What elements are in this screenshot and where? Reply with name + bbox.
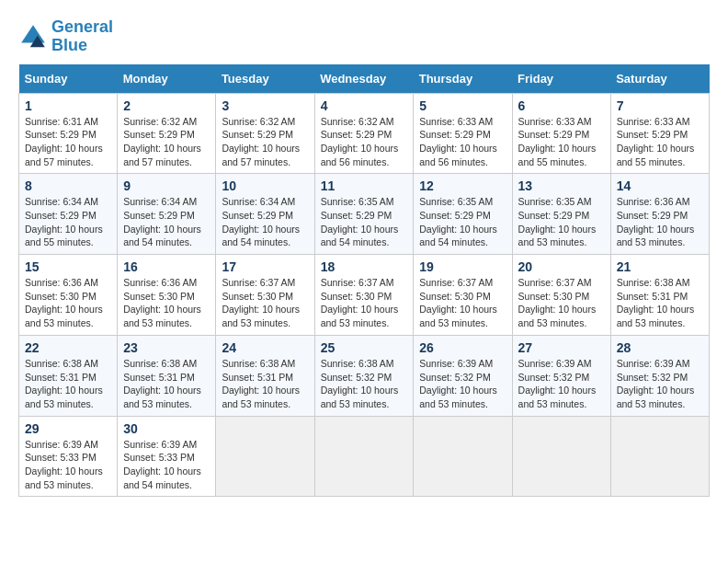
day-info: Sunrise: 6:39 AM Sunset: 5:32 PM Dayligh… — [518, 357, 605, 411]
day-info: Sunrise: 6:37 AM Sunset: 5:30 PM Dayligh… — [419, 276, 506, 330]
svg-marker-0 — [21, 25, 45, 42]
day-info: Sunrise: 6:37 AM Sunset: 5:30 PM Dayligh… — [321, 276, 408, 330]
day-info: Sunrise: 6:36 AM Sunset: 5:29 PM Dayligh… — [617, 195, 703, 249]
day-number: 28 — [617, 340, 703, 355]
day-number: 27 — [518, 340, 605, 355]
logo-text: General Blue — [51, 18, 113, 55]
calendar-cell: 6 Sunrise: 6:33 AM Sunset: 5:29 PM Dayli… — [512, 93, 610, 174]
day-number: 29 — [25, 421, 111, 436]
calendar-cell: 15 Sunrise: 6:36 AM Sunset: 5:30 PM Dayl… — [19, 255, 118, 336]
calendar-table: SundayMondayTuesdayWednesdayThursdayFrid… — [18, 64, 710, 498]
calendar-cell: 17 Sunrise: 6:37 AM Sunset: 5:30 PM Dayl… — [216, 255, 314, 336]
calendar-cell — [512, 416, 610, 497]
day-number: 9 — [123, 178, 210, 193]
day-info: Sunrise: 6:37 AM Sunset: 5:30 PM Dayligh… — [222, 276, 308, 330]
day-info: Sunrise: 6:32 AM Sunset: 5:29 PM Dayligh… — [123, 115, 210, 169]
day-info: Sunrise: 6:34 AM Sunset: 5:29 PM Dayligh… — [25, 195, 111, 249]
day-info: Sunrise: 6:36 AM Sunset: 5:30 PM Dayligh… — [25, 276, 111, 330]
calendar-cell: 4 Sunrise: 6:32 AM Sunset: 5:29 PM Dayli… — [314, 93, 414, 174]
day-info: Sunrise: 6:38 AM Sunset: 5:31 PM Dayligh… — [25, 357, 111, 411]
day-number: 21 — [617, 259, 703, 274]
day-info: Sunrise: 6:34 AM Sunset: 5:29 PM Dayligh… — [123, 195, 210, 249]
day-number: 2 — [123, 98, 210, 113]
calendar-cell: 11 Sunrise: 6:35 AM Sunset: 5:29 PM Dayl… — [314, 174, 414, 255]
day-number: 25 — [321, 340, 408, 355]
header-day: Monday — [118, 64, 216, 94]
calendar-cell: 25 Sunrise: 6:38 AM Sunset: 5:32 PM Dayl… — [314, 335, 414, 416]
logo-icon — [18, 22, 48, 52]
header-row: SundayMondayTuesdayWednesdayThursdayFrid… — [19, 64, 710, 94]
day-number: 16 — [123, 259, 210, 274]
calendar-cell: 3 Sunrise: 6:32 AM Sunset: 5:29 PM Dayli… — [216, 93, 314, 174]
day-number: 26 — [419, 340, 506, 355]
day-number: 4 — [321, 98, 408, 113]
header-day: Friday — [512, 64, 610, 94]
header-day: Tuesday — [216, 64, 314, 94]
calendar-cell: 18 Sunrise: 6:37 AM Sunset: 5:30 PM Dayl… — [314, 255, 414, 336]
day-number: 12 — [419, 178, 506, 193]
day-info: Sunrise: 6:35 AM Sunset: 5:29 PM Dayligh… — [321, 195, 408, 249]
calendar-cell: 22 Sunrise: 6:38 AM Sunset: 5:31 PM Dayl… — [19, 335, 118, 416]
day-number: 5 — [419, 98, 506, 113]
calendar-cell: 14 Sunrise: 6:36 AM Sunset: 5:29 PM Dayl… — [610, 174, 709, 255]
day-number: 24 — [222, 340, 308, 355]
calendar-cell: 2 Sunrise: 6:32 AM Sunset: 5:29 PM Dayli… — [118, 93, 216, 174]
calendar-week-row: 22 Sunrise: 6:38 AM Sunset: 5:31 PM Dayl… — [19, 335, 710, 416]
day-number: 23 — [123, 340, 210, 355]
day-number: 7 — [617, 98, 703, 113]
day-number: 19 — [419, 259, 506, 274]
calendar-cell: 12 Sunrise: 6:35 AM Sunset: 5:29 PM Dayl… — [414, 174, 512, 255]
calendar-cell: 8 Sunrise: 6:34 AM Sunset: 5:29 PM Dayli… — [19, 174, 118, 255]
calendar-week-row: 15 Sunrise: 6:36 AM Sunset: 5:30 PM Dayl… — [19, 255, 710, 336]
header-day: Sunday — [19, 64, 118, 94]
day-number: 8 — [25, 178, 111, 193]
day-number: 6 — [518, 98, 605, 113]
day-info: Sunrise: 6:37 AM Sunset: 5:30 PM Dayligh… — [518, 276, 605, 330]
calendar-week-row: 8 Sunrise: 6:34 AM Sunset: 5:29 PM Dayli… — [19, 174, 710, 255]
day-info: Sunrise: 6:38 AM Sunset: 5:31 PM Dayligh… — [123, 357, 210, 411]
calendar-cell: 13 Sunrise: 6:35 AM Sunset: 5:29 PM Dayl… — [512, 174, 610, 255]
day-info: Sunrise: 6:38 AM Sunset: 5:31 PM Dayligh… — [222, 357, 308, 411]
day-info: Sunrise: 6:33 AM Sunset: 5:29 PM Dayligh… — [617, 115, 703, 169]
calendar-cell: 24 Sunrise: 6:38 AM Sunset: 5:31 PM Dayl… — [216, 335, 314, 416]
calendar-cell: 29 Sunrise: 6:39 AM Sunset: 5:33 PM Dayl… — [19, 416, 118, 497]
day-info: Sunrise: 6:33 AM Sunset: 5:29 PM Dayligh… — [518, 115, 605, 169]
day-number: 18 — [321, 259, 408, 274]
day-number: 30 — [123, 421, 210, 436]
calendar-cell: 10 Sunrise: 6:34 AM Sunset: 5:29 PM Dayl… — [216, 174, 314, 255]
day-number: 20 — [518, 259, 605, 274]
calendar-week-row: 29 Sunrise: 6:39 AM Sunset: 5:33 PM Dayl… — [19, 416, 710, 497]
calendar-cell — [216, 416, 314, 497]
header-day: Saturday — [610, 64, 709, 94]
calendar-cell: 27 Sunrise: 6:39 AM Sunset: 5:32 PM Dayl… — [512, 335, 610, 416]
calendar-cell: 26 Sunrise: 6:39 AM Sunset: 5:32 PM Dayl… — [414, 335, 512, 416]
day-info: Sunrise: 6:38 AM Sunset: 5:31 PM Dayligh… — [617, 276, 703, 330]
calendar-cell: 19 Sunrise: 6:37 AM Sunset: 5:30 PM Dayl… — [414, 255, 512, 336]
day-info: Sunrise: 6:33 AM Sunset: 5:29 PM Dayligh… — [419, 115, 506, 169]
header-day: Wednesday — [314, 64, 414, 94]
day-info: Sunrise: 6:35 AM Sunset: 5:29 PM Dayligh… — [419, 195, 506, 249]
header: General Blue — [18, 18, 710, 55]
day-info: Sunrise: 6:39 AM Sunset: 5:33 PM Dayligh… — [123, 438, 210, 492]
day-number: 14 — [617, 178, 703, 193]
calendar-cell: 23 Sunrise: 6:38 AM Sunset: 5:31 PM Dayl… — [118, 335, 216, 416]
day-info: Sunrise: 6:38 AM Sunset: 5:32 PM Dayligh… — [321, 357, 408, 411]
day-info: Sunrise: 6:39 AM Sunset: 5:32 PM Dayligh… — [419, 357, 506, 411]
day-number: 17 — [222, 259, 308, 274]
day-number: 3 — [222, 98, 308, 113]
day-number: 10 — [222, 178, 308, 193]
day-number: 13 — [518, 178, 605, 193]
calendar-cell — [610, 416, 709, 497]
day-info: Sunrise: 6:35 AM Sunset: 5:29 PM Dayligh… — [518, 195, 605, 249]
day-info: Sunrise: 6:36 AM Sunset: 5:30 PM Dayligh… — [123, 276, 210, 330]
day-number: 22 — [25, 340, 111, 355]
day-number: 15 — [25, 259, 111, 274]
calendar-cell — [314, 416, 414, 497]
day-info: Sunrise: 6:39 AM Sunset: 5:33 PM Dayligh… — [25, 438, 111, 492]
calendar-cell: 1 Sunrise: 6:31 AM Sunset: 5:29 PM Dayli… — [19, 93, 118, 174]
calendar-cell: 5 Sunrise: 6:33 AM Sunset: 5:29 PM Dayli… — [414, 93, 512, 174]
calendar-cell — [414, 416, 512, 497]
calendar-cell: 30 Sunrise: 6:39 AM Sunset: 5:33 PM Dayl… — [118, 416, 216, 497]
header-day: Thursday — [414, 64, 512, 94]
day-info: Sunrise: 6:34 AM Sunset: 5:29 PM Dayligh… — [222, 195, 308, 249]
